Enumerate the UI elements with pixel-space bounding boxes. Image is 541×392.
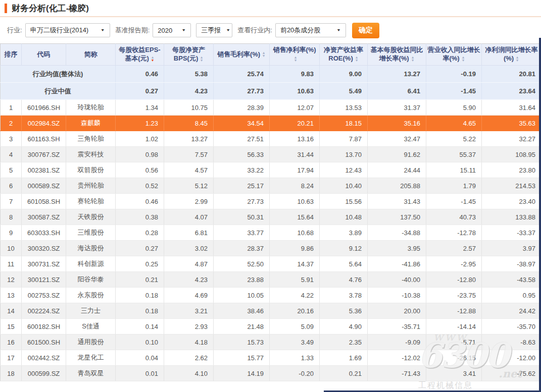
name-cell: 三角轮胎 xyxy=(66,131,116,147)
table-row[interactable]: 12300121.SZ阳谷华泰0.214.2323.885.914.76-40.… xyxy=(1,272,541,288)
rank-cell: 12 xyxy=(1,272,22,288)
table-row[interactable]: 16601500.SH通用股份0.104.1815.733.492.35-9.0… xyxy=(1,334,541,350)
column-header-6[interactable]: 销售毛利率(%)▲▼ xyxy=(214,44,270,66)
summary-cell: 20.81 xyxy=(482,66,541,83)
rank-cell: 7 xyxy=(1,194,22,209)
column-header-11[interactable]: 净利润同比增长率(%)▲▼ xyxy=(482,44,541,66)
table-row[interactable]: 1601966.SH玲珑轮胎1.3410.7528.3912.0713.5331… xyxy=(1,100,541,116)
column-header-7[interactable]: 销售净利率(%)▲▼ xyxy=(270,44,320,66)
column-header-label: 代码 xyxy=(37,50,51,58)
table-row[interactable]: 7601058.SH赛轮轮胎0.462.9927.7310.6315.5631.… xyxy=(1,194,541,209)
value-cell: 14.37 xyxy=(270,256,320,272)
value-cell: 214.53 xyxy=(482,178,541,194)
value-cell: 1.02 xyxy=(116,131,164,147)
value-cell: 9.12 xyxy=(320,241,368,256)
name-cell: 三维股份 xyxy=(66,225,116,241)
confirm-button[interactable]: 确定 xyxy=(352,23,379,38)
value-cell: 20.21 xyxy=(270,116,320,131)
value-cell: 1.79 xyxy=(426,178,482,194)
column-header-10[interactable]: 营业收入同比增长率(%)▲▼ xyxy=(426,44,482,66)
summary-cell: 5.38 xyxy=(164,66,214,83)
table-row[interactable]: 9603033.SH三维股份0.286.8133.7710.683.89-34.… xyxy=(1,225,541,241)
table-row[interactable]: 13002753.SZ永东股份0.184.6910.054.223.78-10.… xyxy=(1,288,541,303)
code-cell: 300767.SZ xyxy=(22,147,66,162)
code-cell: 000589.SZ xyxy=(22,178,66,194)
value-cell: 2.57 xyxy=(426,241,482,256)
value-cell: -26.15 xyxy=(426,350,482,366)
value-cell: 32.47 xyxy=(368,131,426,147)
value-cell: 20.00 xyxy=(368,303,426,319)
value-cell: 34.54 xyxy=(214,116,270,131)
summary-row-label: 行业中值 xyxy=(1,83,116,100)
value-cell: 3.95 xyxy=(368,241,426,256)
value-cell: 32.27 xyxy=(482,131,541,147)
name-cell: 海达股份 xyxy=(66,241,116,256)
value-cell: -8.63 xyxy=(482,334,541,350)
value-cell: -1.45 xyxy=(426,194,482,209)
table-row[interactable]: 3601163.SH三角轮胎1.0213.2727.5113.167.8732.… xyxy=(1,131,541,147)
value-cell: 15.56 xyxy=(320,194,368,209)
value-cell: -9.09 xyxy=(368,334,426,350)
summary-cell: -0.19 xyxy=(426,66,482,83)
column-header-9[interactable]: 基本每股收益同比增长率(%)▲▼ xyxy=(368,44,426,66)
table-row[interactable]: 11300731.SZ科创新源0.254.8752.5014.375.64-41… xyxy=(1,256,541,272)
table-row[interactable]: 2002984.SZ森麒麟1.238.4534.5420.2118.1535.1… xyxy=(1,116,541,131)
value-cell: 8.24 xyxy=(270,178,320,194)
value-cell: 24.44 xyxy=(368,162,426,178)
value-cell: 2.93 xyxy=(164,319,214,334)
value-cell: 4.65 xyxy=(426,116,482,131)
table-row[interactable]: 18000599.SZ青岛双星0.014.1014.19-0.200.21-71… xyxy=(1,366,541,381)
year-select[interactable]: 2020 ▼ xyxy=(153,23,191,37)
value-cell: 8.45 xyxy=(164,116,214,131)
table-row[interactable]: 4300767.SZ震安科技0.987.5756.3331.4413.7091.… xyxy=(1,147,541,162)
value-cell: -71.43 xyxy=(368,366,426,381)
value-cell: 1.23 xyxy=(116,116,164,131)
value-cell: 55.37 xyxy=(426,147,482,162)
table-row[interactable]: 8300587.SZ天铁股份0.384.0750.3115.6410.48137… xyxy=(1,209,541,225)
column-header-label: 营业收入同比增长率(%) xyxy=(428,46,480,62)
column-header-8[interactable]: 净资产收益率ROE(%)▲▼ xyxy=(320,44,368,66)
name-cell: 贵州轮胎 xyxy=(66,178,116,194)
rank-cell: 10 xyxy=(1,241,22,256)
value-cell: 1.69 xyxy=(320,350,368,366)
rank-cell: 11 xyxy=(1,256,22,272)
value-cell: 38.46 xyxy=(214,303,270,319)
summary-cell: 10.63 xyxy=(270,83,320,100)
code-cell: 601500.SH xyxy=(22,334,66,350)
name-cell: 森麒麟 xyxy=(66,116,116,131)
value-cell: 0.04 xyxy=(116,350,164,366)
value-cell: 137.50 xyxy=(368,209,426,225)
name-cell: S佳通 xyxy=(66,319,116,334)
value-cell: 0.01 xyxy=(116,366,164,381)
sort-icon: ▲▼ xyxy=(151,56,155,62)
table-row[interactable]: 14002224.SZ三力士0.183.2138.4620.165.3620.0… xyxy=(1,303,541,319)
value-cell: -12.02 xyxy=(368,350,426,366)
value-cell: 14.19 xyxy=(214,366,270,381)
window-right-edge xyxy=(539,38,541,392)
code-cell: 601058.SH xyxy=(22,194,66,209)
table-row[interactable]: 5002381.SZ双箭股份0.564.5733.2217.9412.4324.… xyxy=(1,162,541,178)
summary-cell: 23.64 xyxy=(482,83,541,100)
value-cell: 10.75 xyxy=(164,100,214,116)
value-cell: 33.77 xyxy=(214,225,270,241)
table-row[interactable]: 10300320.SZ海达股份0.273.0228.379.869.123.95… xyxy=(1,241,541,256)
table-row[interactable]: 6000589.SZ贵州轮胎0.525.1225.178.2410.40205.… xyxy=(1,178,541,194)
value-cell: -2.95 xyxy=(426,256,482,272)
value-cell: 52.50 xyxy=(214,256,270,272)
value-cell: -12.80 xyxy=(426,272,482,288)
column-header-5[interactable]: 每股净资产BPS(元)▲▼ xyxy=(164,44,214,66)
name-cell: 科创新源 xyxy=(66,256,116,272)
table-row[interactable]: 15600182.SHS佳通0.142.9321.485.094.90-35.7… xyxy=(1,319,541,334)
value-cell: 0.10 xyxy=(116,334,164,350)
column-header-label: 基本每股收益同比增长率(%) xyxy=(371,46,423,62)
code-cell: 601966.SH xyxy=(22,100,66,116)
quarter-select[interactable]: 三季报 ▼ xyxy=(196,23,232,37)
industry-select[interactable]: 申万二级行业(2014) ▼ xyxy=(25,23,110,37)
scope-select[interactable]: 前20条成分股 ▼ xyxy=(275,23,346,37)
page-title: 财务分析(化工-橡胶) xyxy=(12,3,89,14)
column-header-4[interactable]: 每股收益EPS-基本(元)▲▼ xyxy=(116,44,164,66)
value-cell: -23.75 xyxy=(426,288,482,303)
value-cell: 15.11 xyxy=(426,162,482,178)
column-header-label: 简称 xyxy=(84,50,97,58)
table-row[interactable]: 17002442.SZ龙星化工0.042.6215.771.331.69-12.… xyxy=(1,350,541,366)
